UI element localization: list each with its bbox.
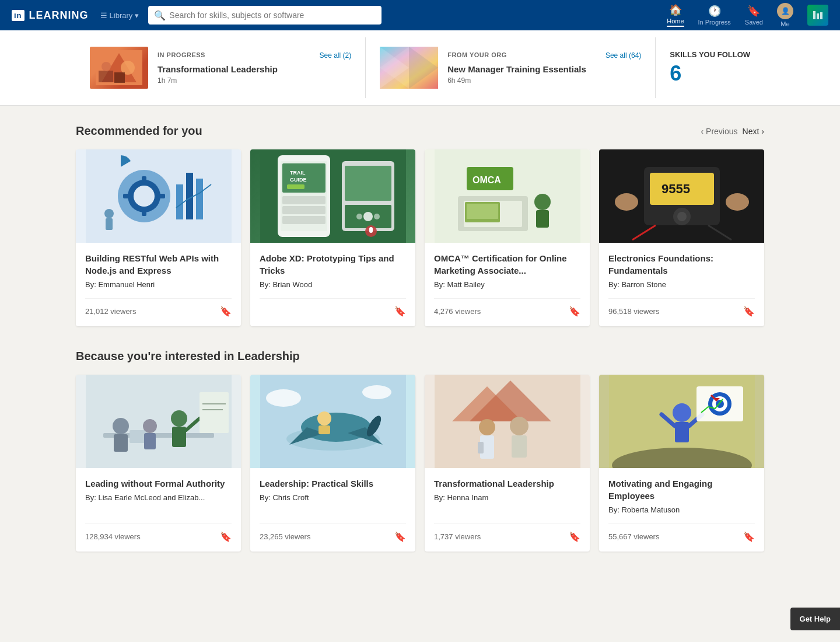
from-org-title: New Manager Training Essentials — [447, 64, 641, 74]
grid-icon: ☰ — [100, 11, 107, 20]
svg-point-49 — [534, 194, 551, 210]
library-dropdown[interactable]: ☰ Library ▾ — [100, 11, 139, 20]
bookmark-motivating-icon[interactable]: 🔖 — [743, 531, 755, 542]
svg-point-61 — [615, 193, 638, 211]
svg-point-85 — [362, 385, 391, 399]
home-icon: 🏠 — [669, 4, 682, 16]
card-transformational-body: Transformational Leadership By: Henna In… — [425, 468, 590, 552]
from-org-thumbnail — [380, 47, 438, 89]
svg-rect-34 — [282, 206, 326, 214]
card-transformational-title: Transformational Leadership — [434, 477, 580, 490]
card-motivating-image — [599, 375, 764, 468]
svg-point-58 — [677, 212, 687, 221]
card-practical-footer: 23,265 viewers 🔖 — [260, 524, 406, 542]
recommended-title: Recommended for you — [76, 124, 202, 138]
card-trail-title: Adobe XD: Prototyping Tips and Tricks — [260, 252, 406, 277]
svg-rect-97 — [675, 422, 689, 442]
card-transformational[interactable]: Transformational Leadership By: Henna In… — [425, 375, 590, 552]
svg-rect-8 — [114, 72, 125, 83]
svg-rect-33 — [282, 196, 326, 204]
svg-rect-19 — [123, 194, 131, 198]
svg-point-92 — [510, 417, 528, 435]
leadership-section: Because you're interested in Leadership — [76, 350, 764, 552]
card-motivating[interactable]: Motivating and Engaging Employees By: Ro… — [599, 375, 764, 552]
card-motivating-author: By: Roberta Matuson — [608, 505, 755, 514]
nav-in-progress-label: In Progress — [698, 19, 731, 26]
bookmark-nodejs-icon[interactable]: 🔖 — [220, 306, 232, 317]
card-leading-body: Leading without Formal Authority By: Lis… — [76, 468, 241, 552]
nav-saved[interactable]: 🔖 Saved — [745, 5, 763, 26]
from-org-content: FROM YOUR ORG See all (64) New Manager T… — [447, 51, 641, 85]
svg-rect-6 — [99, 71, 113, 82]
in-progress-title: Transformational Leadership — [158, 64, 351, 74]
svg-point-24 — [104, 209, 114, 218]
svg-text:OMCA: OMCA — [473, 175, 501, 185]
from-org-see-all[interactable]: See all (64) — [606, 51, 641, 60]
svg-rect-37 — [345, 166, 391, 201]
brand[interactable]: in LEARNING — [12, 9, 89, 22]
main-content: Recommended for you ‹ Previous Next › — [0, 106, 840, 594]
leadership-header: Because you're interested in Leadership — [76, 350, 764, 363]
card-nodejs-footer: 21,012 viewers 🔖 — [85, 298, 232, 317]
card-practical[interactable]: Leadership: Practical Skills By: Chris C… — [250, 375, 415, 552]
card-practical-body: Leadership: Practical Skills By: Chris C… — [250, 468, 415, 552]
bookmark-transformational-icon[interactable]: 🔖 — [569, 531, 580, 542]
nav-in-progress[interactable]: 🕐 In Progress — [698, 5, 731, 26]
card-nodejs-image — [76, 149, 241, 243]
svg-point-96 — [673, 403, 691, 422]
search-container: 🔍 — [148, 6, 382, 25]
card-trail-footer: 🔖 — [260, 298, 406, 317]
svg-rect-22 — [186, 173, 193, 219]
previous-button[interactable]: ‹ Previous — [701, 127, 737, 136]
card-leading-footer: 128,934 viewers 🔖 — [85, 524, 232, 542]
card-practical-author: By: Chris Croft — [260, 493, 406, 502]
card-leading[interactable]: Leading without Formal Authority By: Lis… — [76, 375, 241, 552]
next-button[interactable]: Next › — [743, 127, 764, 136]
card-nodejs[interactable]: Building RESTful Web APIs with Node.js a… — [76, 149, 241, 326]
svg-rect-50 — [536, 210, 549, 228]
avatar: 👤 — [777, 3, 793, 19]
svg-rect-21 — [176, 184, 183, 219]
svg-point-68 — [171, 410, 187, 427]
card-practical-viewers: 23,265 viewers — [260, 532, 310, 541]
bookmark-trail-icon[interactable]: 🔖 — [394, 306, 406, 317]
chevron-left-icon: ‹ — [701, 127, 704, 136]
card-trail-body: Adobe XD: Prototyping Tips and Tricks By… — [250, 243, 415, 326]
svg-rect-17 — [142, 176, 146, 184]
nav-saved-label: Saved — [745, 19, 763, 26]
linkedin-logo-icon: in — [12, 10, 24, 21]
card-electronics[interactable]: 9555 Electronics Foundations: Fundamenta… — [599, 149, 764, 326]
banner-in-progress[interactable]: IN PROGRESS See all (2) Transformational… — [76, 37, 366, 98]
bookmark-electronics-icon[interactable]: 🔖 — [743, 306, 755, 317]
svg-rect-52 — [467, 204, 498, 219]
nav-me[interactable]: 👤 Me — [777, 3, 793, 27]
library-label: Library — [110, 11, 133, 20]
card-nodejs-author: By: Emmanuel Henri — [85, 280, 232, 289]
card-trail-image: TRAIL GUIDE — [250, 149, 415, 243]
app-logo[interactable] — [807, 5, 828, 26]
banner-from-org[interactable]: FROM YOUR ORG See all (64) New Manager T… — [366, 37, 656, 98]
card-omca[interactable]: OMCA OMCA™ Certification for Online Mark… — [425, 149, 590, 326]
svg-rect-23 — [196, 179, 203, 219]
card-trail[interactable]: TRAIL GUIDE — [250, 149, 415, 326]
in-progress-see-all[interactable]: See all (2) — [319, 51, 351, 60]
skills-section: SKILLS YOU FOLLOW 6 — [656, 37, 764, 98]
svg-rect-73 — [200, 392, 229, 433]
in-progress-content: IN PROGRESS See all (2) Transformational… — [158, 51, 351, 85]
nav-home[interactable]: 🏠 Home — [667, 4, 684, 27]
card-nodejs-body: Building RESTful Web APIs with Node.js a… — [76, 243, 241, 326]
recommended-header: Recommended for you ‹ Previous Next › — [76, 124, 764, 138]
from-org-duration: 6h 49m — [447, 76, 641, 85]
card-omca-footer: 4,276 viewers 🔖 — [434, 298, 580, 317]
svg-text:GUIDE: GUIDE — [290, 177, 307, 183]
svg-text:TRAIL: TRAIL — [290, 170, 306, 176]
bookmark-practical-icon[interactable]: 🔖 — [394, 531, 406, 542]
svg-text:9555: 9555 — [662, 182, 690, 196]
search-input[interactable] — [148, 6, 382, 25]
card-omca-image: OMCA — [425, 149, 590, 243]
bookmark-omca-icon[interactable]: 🔖 — [569, 306, 580, 317]
svg-rect-71 — [144, 433, 156, 449]
svg-point-78 — [301, 413, 371, 442]
card-motivating-body: Motivating and Engaging Employees By: Ro… — [599, 468, 764, 552]
bookmark-leading-icon[interactable]: 🔖 — [220, 531, 232, 542]
